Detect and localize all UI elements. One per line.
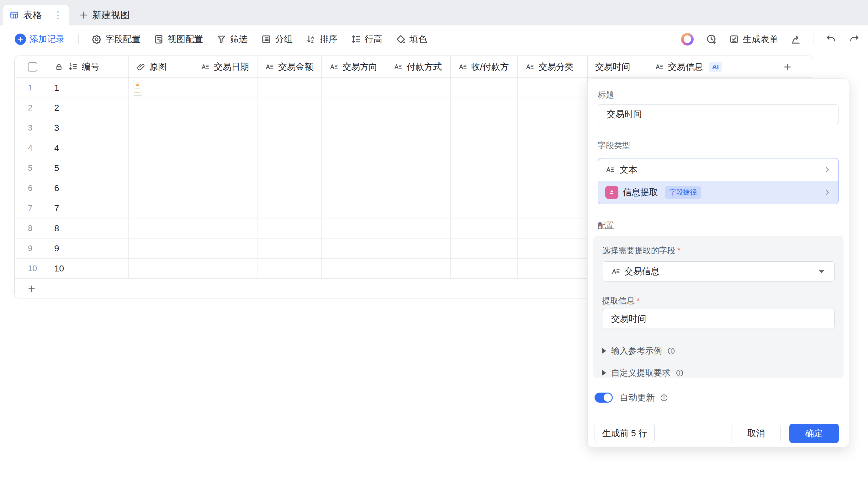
table-cell[interactable] [193, 178, 257, 198]
table-cell[interactable] [386, 78, 451, 98]
column-header-9[interactable]: 交易时间 [588, 56, 647, 78]
table-cell[interactable] [322, 98, 386, 118]
table-cell[interactable] [386, 259, 451, 278]
example-collapse[interactable]: 输入参考示例 [602, 345, 835, 357]
view-config-button[interactable]: 视图配置 [154, 33, 203, 45]
column-header-2[interactable]: 原图 [129, 56, 193, 78]
table-cell[interactable] [518, 239, 588, 258]
column-header-5[interactable]: 交易方向 [322, 56, 386, 78]
sort-button[interactable]: A Z 排序 [306, 33, 337, 45]
table-cell[interactable] [451, 98, 518, 118]
confirm-button[interactable]: 确定 [789, 424, 839, 443]
table-cell[interactable] [322, 198, 386, 218]
row-head-cell[interactable]: 44 [15, 138, 129, 158]
table-cell[interactable] [129, 78, 193, 98]
table-cell[interactable] [257, 138, 322, 158]
select-all-checkbox[interactable] [28, 62, 37, 71]
table-cell[interactable] [386, 218, 451, 238]
table-cell[interactable] [129, 239, 193, 258]
attachment-thumbnail[interactable] [133, 80, 143, 96]
row-head-cell[interactable]: 99 [15, 239, 129, 258]
table-cell[interactable] [386, 178, 451, 198]
table-cell[interactable] [257, 218, 322, 238]
column-header-7[interactable]: 收/付款方 [451, 56, 518, 78]
column-header-6[interactable]: 付款方式 [386, 56, 451, 78]
table-cell[interactable] [129, 138, 193, 158]
table-cell[interactable] [193, 259, 257, 278]
ai-assistant-icon[interactable] [681, 33, 694, 46]
table-cell[interactable] [451, 138, 518, 158]
table-cell[interactable] [322, 138, 386, 158]
table-cell[interactable] [193, 239, 257, 258]
table-cell[interactable] [257, 118, 322, 138]
generate-first-rows-button[interactable]: 生成前 5 行 [594, 424, 655, 443]
table-cell[interactable] [451, 218, 518, 238]
add-field-button[interactable]: + [762, 56, 813, 78]
table-cell[interactable] [451, 198, 518, 218]
row-head-cell[interactable]: 11 [15, 78, 129, 98]
table-cell[interactable] [322, 239, 386, 258]
table-cell[interactable] [518, 158, 588, 178]
table-cell[interactable] [518, 98, 588, 118]
table-cell[interactable] [518, 118, 588, 138]
table-cell[interactable] [257, 158, 322, 178]
table-cell[interactable] [451, 78, 518, 98]
table-cell[interactable] [518, 198, 588, 218]
table-cell[interactable] [518, 138, 588, 158]
new-view-button[interactable]: 新建视图 [79, 5, 130, 25]
table-cell[interactable] [322, 78, 386, 98]
row-height-button[interactable]: 行高 [350, 33, 382, 45]
table-cell[interactable] [193, 218, 257, 238]
source-field-select[interactable]: 交易信息 [602, 261, 835, 281]
filter-button[interactable]: 筛选 [216, 33, 248, 45]
table-cell[interactable] [129, 178, 193, 198]
table-cell[interactable] [193, 98, 257, 118]
undo-icon[interactable] [825, 34, 837, 45]
column-header-4[interactable]: 交易金额 [257, 56, 322, 78]
table-cell[interactable] [451, 118, 518, 138]
extract-info-input[interactable]: 交易时间 [602, 309, 835, 329]
table-cell[interactable] [129, 218, 193, 238]
row-head-cell[interactable]: 88 [15, 218, 129, 238]
row-head-cell[interactable]: 22 [15, 98, 129, 118]
table-cell[interactable] [322, 178, 386, 198]
table-cell[interactable] [386, 198, 451, 218]
table-cell[interactable] [257, 98, 322, 118]
table-cell[interactable] [322, 118, 386, 138]
tab-menu-icon[interactable]: ⋮ [53, 10, 63, 20]
table-cell[interactable] [518, 259, 588, 278]
field-title-input[interactable]: 交易时间 [598, 104, 839, 124]
table-cell[interactable] [129, 259, 193, 278]
table-cell[interactable] [451, 239, 518, 258]
row-head-cell[interactable]: 77 [15, 198, 129, 218]
column-header-8[interactable]: 交易分类 [518, 56, 588, 78]
auto-update-toggle[interactable] [594, 393, 613, 403]
row-head-cell[interactable]: 1010 [15, 259, 129, 278]
table-cell[interactable] [518, 78, 588, 98]
table-cell[interactable] [386, 118, 451, 138]
table-cell[interactable] [193, 118, 257, 138]
table-cell[interactable] [518, 178, 588, 198]
add-record-button[interactable]: 添加记录 [15, 33, 65, 45]
table-cell[interactable] [257, 198, 322, 218]
row-head-cell[interactable]: 33 [15, 118, 129, 138]
redo-icon[interactable] [848, 34, 860, 45]
column-header-1[interactable]: 1编号 [15, 56, 129, 78]
row-head-cell[interactable]: 55 [15, 158, 129, 178]
fill-color-button[interactable]: 填色 [396, 33, 427, 45]
table-cell[interactable] [129, 198, 193, 218]
table-cell[interactable] [451, 178, 518, 198]
group-button[interactable]: 分组 [261, 33, 292, 45]
tab-table-view[interactable]: 表格 ⋮ [3, 5, 69, 25]
column-header-3[interactable]: 交易日期 [193, 56, 257, 78]
table-cell[interactable] [322, 158, 386, 178]
custom-requirement-collapse[interactable]: 自定义提取要求 [602, 367, 835, 379]
table-cell[interactable] [193, 138, 257, 158]
table-cell[interactable] [257, 259, 322, 278]
table-cell[interactable] [129, 98, 193, 118]
table-cell[interactable] [193, 78, 257, 98]
cancel-button[interactable]: 取消 [732, 424, 780, 443]
row-head-cell[interactable]: 66 [15, 178, 129, 198]
table-cell[interactable] [129, 158, 193, 178]
type-option-text[interactable]: 文本 [598, 158, 838, 181]
